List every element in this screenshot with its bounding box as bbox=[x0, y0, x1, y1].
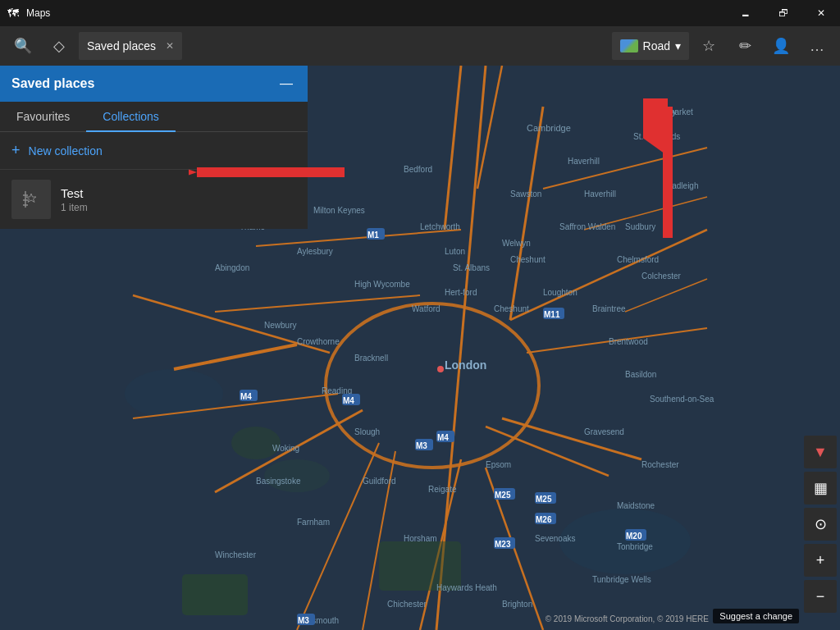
collection-icon bbox=[11, 180, 51, 219]
svg-rect-26 bbox=[182, 574, 248, 615]
svg-text:Southend-on-Sea: Southend-on-Sea bbox=[650, 395, 714, 404]
compass-button[interactable]: ▼ bbox=[804, 436, 837, 468]
bookmark-button[interactable]: ◇ bbox=[43, 30, 75, 62]
svg-text:Colchester: Colchester bbox=[641, 272, 681, 281]
svg-text:Cheshunt: Cheshunt bbox=[510, 255, 546, 264]
road-chevron-icon: ▾ bbox=[675, 39, 681, 52]
svg-text:M25: M25 bbox=[495, 491, 511, 500]
svg-text:Saffron Walden: Saffron Walden bbox=[559, 222, 615, 231]
svg-text:Abingdon: Abingdon bbox=[215, 263, 249, 272]
svg-text:M4: M4 bbox=[343, 396, 354, 405]
svg-text:Hadleigh: Hadleigh bbox=[666, 181, 698, 190]
svg-text:M3: M3 bbox=[298, 616, 309, 625]
svg-text:Aylesbury: Aylesbury bbox=[297, 247, 333, 256]
locate-button[interactable]: ⊙ bbox=[804, 508, 837, 541]
svg-text:Watford: Watford bbox=[412, 304, 441, 313]
svg-text:Brentwood: Brentwood bbox=[609, 337, 648, 346]
svg-text:M23: M23 bbox=[495, 540, 511, 549]
collection-item[interactable]: Test 1 item bbox=[0, 170, 308, 229]
svg-text:M11: M11 bbox=[544, 310, 560, 319]
window-controls: 🗕 🗗 ✕ bbox=[727, 0, 840, 26]
svg-text:High Wycombe: High Wycombe bbox=[354, 280, 410, 289]
svg-text:M4: M4 bbox=[240, 392, 252, 401]
app-title: Maps bbox=[26, 7, 727, 19]
plus-icon: + bbox=[11, 142, 21, 159]
more-button[interactable]: … bbox=[801, 30, 833, 62]
svg-text:Sevenoaks: Sevenoaks bbox=[535, 534, 575, 543]
new-collection-button[interactable]: + New collection bbox=[0, 132, 308, 170]
panel-header: Saved places — bbox=[0, 66, 308, 102]
svg-text:Slough: Slough bbox=[354, 427, 380, 436]
road-label: Road bbox=[643, 39, 670, 52]
svg-text:Welwyn: Welwyn bbox=[502, 239, 531, 248]
toolbar-right: Road ▾ ☆ ✏ 👤 … bbox=[612, 30, 833, 62]
minimize-button[interactable]: 🗕 bbox=[727, 0, 765, 26]
toolbar: 🔍 ◇ Saved places ✕ Road ▾ ☆ ✏ 👤 … bbox=[0, 26, 840, 66]
close-button[interactable]: ✕ bbox=[802, 0, 840, 26]
svg-text:Sawston: Sawston bbox=[510, 189, 541, 199]
svg-text:Newbury: Newbury bbox=[264, 321, 296, 330]
svg-text:Haverhill: Haverhill bbox=[568, 157, 600, 166]
svg-text:M1: M1 bbox=[368, 231, 379, 240]
svg-text:Epsom: Epsom bbox=[486, 460, 511, 469]
tab-favourites[interactable]: Favourites bbox=[0, 102, 86, 131]
map[interactable]: London Cambridge Bedford Milton Keynes L… bbox=[0, 66, 840, 630]
map-type-icon bbox=[620, 39, 638, 52]
svg-text:Cheshunt: Cheshunt bbox=[494, 304, 529, 313]
svg-text:Sudbury: Sudbury bbox=[625, 222, 655, 231]
svg-text:Rochester: Rochester bbox=[641, 460, 679, 469]
svg-text:Guildford: Guildford bbox=[363, 477, 396, 486]
titlebar: 🗺 Maps 🗕 🗗 ✕ bbox=[0, 0, 840, 26]
restore-button[interactable]: 🗗 bbox=[765, 0, 802, 26]
road-type-button[interactable]: Road ▾ bbox=[612, 32, 689, 60]
grid-button[interactable]: ▦ bbox=[804, 472, 837, 504]
close-saved-places-icon[interactable]: ✕ bbox=[166, 40, 174, 52]
svg-text:M4: M4 bbox=[437, 433, 449, 442]
saved-places-label: Saved places bbox=[87, 39, 156, 52]
new-collection-label: New collection bbox=[29, 144, 103, 158]
svg-text:M25: M25 bbox=[536, 495, 552, 504]
favorites-button[interactable]: ☆ bbox=[692, 30, 725, 62]
svg-point-3 bbox=[264, 459, 330, 492]
panel-minimize-button[interactable]: — bbox=[276, 74, 296, 94]
svg-text:Luton: Luton bbox=[445, 247, 465, 256]
search-button[interactable]: 🔍 bbox=[7, 30, 39, 62]
suggest-change-button[interactable]: Suggest a change bbox=[713, 609, 799, 623]
svg-text:Tunbridge Wells: Tunbridge Wells bbox=[592, 575, 651, 584]
svg-text:Basingstoke: Basingstoke bbox=[256, 477, 301, 486]
map-controls: ▼ ▦ ⊙ + − bbox=[801, 66, 840, 630]
svg-point-30 bbox=[437, 366, 444, 372]
svg-text:Cambridge: Cambridge bbox=[527, 123, 571, 133]
svg-text:Braintree: Braintree bbox=[592, 304, 626, 313]
saved-places-chip[interactable]: Saved places ✕ bbox=[79, 32, 182, 60]
svg-point-1 bbox=[559, 509, 691, 574]
svg-text:Basildon: Basildon bbox=[625, 370, 656, 379]
svg-text:Hert-ford: Hert-ford bbox=[445, 288, 477, 297]
svg-text:St. Edmunds: St. Edmunds bbox=[633, 132, 680, 141]
svg-point-2 bbox=[125, 369, 223, 418]
collection-count: 1 item bbox=[61, 202, 88, 213]
tab-collections[interactable]: Collections bbox=[86, 102, 175, 131]
svg-text:Stowmarket: Stowmarket bbox=[650, 107, 693, 116]
svg-text:Brighton: Brighton bbox=[502, 600, 532, 609]
svg-text:London: London bbox=[445, 358, 486, 372]
svg-text:Haywards Heath: Haywards Heath bbox=[436, 583, 497, 592]
svg-text:Chelmsford: Chelmsford bbox=[617, 255, 659, 264]
svg-text:Maidstone: Maidstone bbox=[617, 501, 655, 510]
zoom-in-button[interactable]: + bbox=[804, 544, 837, 577]
avatar-button[interactable]: 👤 bbox=[765, 30, 797, 62]
svg-text:Haverhill: Haverhill bbox=[584, 189, 616, 199]
svg-text:Loughton: Loughton bbox=[543, 288, 578, 297]
star-list-icon bbox=[19, 187, 43, 212]
svg-text:Crowthorne: Crowthorne bbox=[297, 337, 340, 346]
zoom-out-button[interactable]: − bbox=[804, 580, 837, 613]
copyright-text: © 2019 Microsoft Corporation, © 2019 HER… bbox=[546, 614, 709, 623]
svg-text:Tonbridge: Tonbridge bbox=[617, 542, 653, 551]
app-icon: 🗺 bbox=[0, 0, 26, 26]
svg-text:M20: M20 bbox=[626, 532, 642, 541]
svg-text:Chichester: Chichester bbox=[387, 600, 427, 609]
svg-text:M3: M3 bbox=[416, 441, 427, 450]
pen-button[interactable]: ✏ bbox=[728, 30, 761, 62]
svg-text:Winchester: Winchester bbox=[215, 550, 257, 559]
svg-text:M26: M26 bbox=[536, 515, 552, 524]
